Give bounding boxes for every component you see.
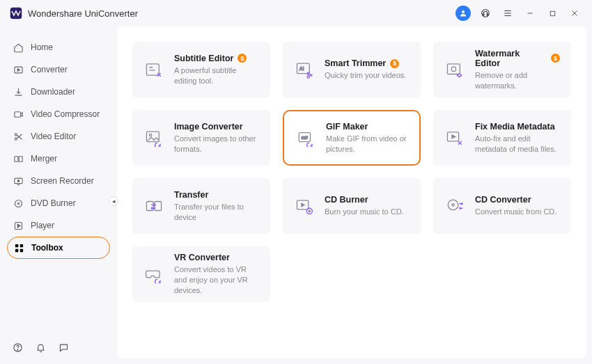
svg-rect-46 <box>155 202 162 211</box>
paid-badge: $ <box>237 54 247 63</box>
svg-text:AI: AI <box>299 65 304 72</box>
sidebar-item-label: Merger <box>31 154 57 164</box>
disc-icon <box>13 198 24 209</box>
image-icon <box>143 127 164 148</box>
sidebar-item-label: DVD Burner <box>31 198 76 208</box>
sidebar-item-toolbox[interactable]: Toolbox <box>7 237 110 259</box>
svg-rect-18 <box>19 156 22 161</box>
paid-badge: $ <box>551 54 560 63</box>
tool-desc: Burn your music to CD. <box>325 207 410 217</box>
tool-title: Fix Media Metadata <box>475 122 555 132</box>
maximize-button[interactable] <box>545 6 560 21</box>
svg-point-22 <box>15 200 22 207</box>
sidebar: Home Converter Downloader Video Compress… <box>0 26 117 364</box>
tool-cd-converter[interactable]: CD Converter Convert music from CD. <box>433 178 571 234</box>
tool-title: GIF Maker <box>326 122 368 132</box>
tool-title: Subtitle Editor <box>174 54 233 63</box>
svg-rect-17 <box>14 156 17 161</box>
app-logo <box>10 7 22 19</box>
support-icon[interactable] <box>478 6 493 21</box>
tool-vr-converter[interactable]: VR Converter Convert videos to VR and en… <box>132 246 270 302</box>
close-button[interactable] <box>567 6 582 21</box>
svg-rect-4 <box>487 14 488 16</box>
tool-desc: A powerful subtitle editing tool. <box>174 65 259 86</box>
tool-title: VR Converter <box>174 253 230 262</box>
tool-smart-trimmer[interactable]: AI Smart Trimmer$ Quicky trim your video… <box>283 42 421 97</box>
tool-desc: Convert images to other formats. <box>174 134 259 155</box>
svg-rect-37 <box>447 64 460 74</box>
svg-point-50 <box>309 210 310 212</box>
subtitle-icon <box>143 59 164 80</box>
svg-rect-27 <box>20 244 22 246</box>
svg-rect-26 <box>15 244 17 246</box>
help-icon[interactable] <box>13 342 23 353</box>
menu-icon[interactable] <box>500 6 515 21</box>
tool-watermark-editor[interactable]: Watermark Editor$ Remove or add watermar… <box>433 42 571 97</box>
sidebar-item-converter[interactable]: Converter <box>7 58 110 81</box>
home-icon <box>13 42 24 53</box>
sidebar-item-home[interactable]: Home <box>7 36 110 58</box>
tool-desc: Convert videos to VR and enjoy on your V… <box>174 264 259 296</box>
svg-marker-13 <box>17 68 20 71</box>
toolbox-icon <box>13 242 24 253</box>
minimize-button[interactable] <box>522 6 538 21</box>
tool-desc: Make GIF from video or pictures. <box>326 134 408 155</box>
tool-title: CD Converter <box>475 195 531 205</box>
play-icon <box>13 220 24 231</box>
sidebar-collapse-button[interactable]: ◂ <box>109 196 118 206</box>
tool-desc: Auto-fix and edit metadata of media file… <box>475 134 560 155</box>
recorder-icon <box>13 175 24 187</box>
tool-title: Image Converter <box>174 122 243 132</box>
cd-burner-icon <box>294 196 315 216</box>
transfer-icon <box>143 196 164 216</box>
tool-transfer[interactable]: Transfer Transfer your files to device <box>132 178 270 234</box>
compressor-icon <box>13 109 24 120</box>
sidebar-item-editor[interactable]: Video Editor <box>7 125 110 148</box>
svg-marker-48 <box>302 203 304 207</box>
svg-rect-32 <box>146 64 159 75</box>
merger-icon <box>13 153 24 164</box>
sidebar-footer <box>7 338 110 357</box>
sidebar-item-label: Toolbox <box>31 243 63 253</box>
sidebar-item-dvd[interactable]: DVD Burner <box>7 192 110 214</box>
sidebar-item-label: Video Compressor <box>31 109 100 119</box>
notifications-icon[interactable] <box>36 342 46 353</box>
svg-point-1 <box>462 10 465 13</box>
tool-title: CD Burner <box>325 195 368 205</box>
sidebar-item-label: Screen Recorder <box>31 176 94 186</box>
svg-rect-14 <box>14 111 20 117</box>
tool-cd-burner[interactable]: CD Burner Burn your music to CD. <box>283 178 421 234</box>
tool-gif-maker[interactable]: GIF GIF Maker Make GIF from video or pic… <box>283 110 421 166</box>
sidebar-item-player[interactable]: Player <box>7 214 110 237</box>
sidebar-item-label: Converter <box>31 65 68 74</box>
tool-title: Transfer <box>174 190 208 200</box>
scissors-icon <box>13 131 24 142</box>
metadata-icon <box>444 127 465 148</box>
paid-badge: $ <box>390 59 399 68</box>
svg-marker-25 <box>17 224 20 228</box>
svg-point-31 <box>17 349 18 350</box>
svg-rect-28 <box>15 248 17 251</box>
tool-subtitle-editor[interactable]: Subtitle Editor$ A powerful subtitle edi… <box>132 42 270 97</box>
svg-point-20 <box>17 180 20 182</box>
sidebar-item-recorder[interactable]: Screen Recorder <box>7 170 110 192</box>
svg-rect-9 <box>550 11 554 15</box>
tool-desc: Remove or add watermarks. <box>475 70 560 91</box>
converter-icon <box>13 64 24 75</box>
sidebar-item-label: Player <box>31 221 54 230</box>
tool-fix-metadata[interactable]: Fix Media Metadata Auto-fix and edit met… <box>433 110 571 166</box>
sidebar-item-downloader[interactable]: Downloader <box>7 81 110 103</box>
user-account-button[interactable] <box>455 6 471 21</box>
feedback-icon[interactable] <box>59 342 69 353</box>
sidebar-item-merger[interactable]: Merger <box>7 148 110 170</box>
tool-desc: Transfer your files to device <box>174 202 259 223</box>
app-title: Wondershare UniConverter <box>28 8 138 19</box>
sidebar-item-compressor[interactable]: Video Compressor <box>7 103 110 125</box>
tool-image-converter[interactable]: Image Converter Convert images to other … <box>132 110 270 166</box>
svg-point-36 <box>307 76 309 78</box>
gif-icon: GIF <box>295 127 316 148</box>
download-icon <box>13 86 24 97</box>
trimmer-icon: AI <box>294 59 315 80</box>
vr-icon <box>143 264 164 285</box>
titlebar: Wondershare UniConverter <box>0 0 592 26</box>
